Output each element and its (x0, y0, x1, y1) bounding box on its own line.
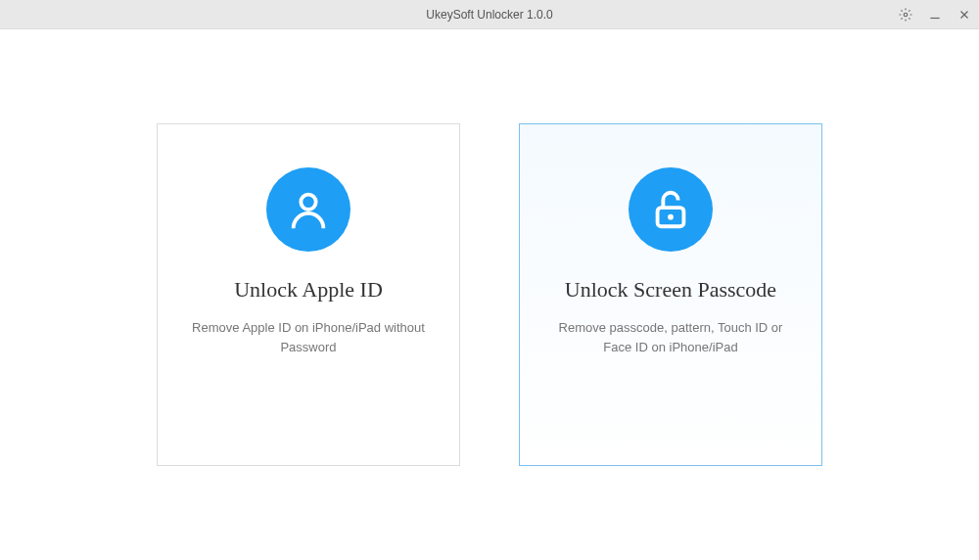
close-button[interactable] (957, 8, 971, 22)
apple-id-icon-circle (266, 167, 350, 252)
minimize-icon (928, 8, 942, 22)
user-icon (286, 187, 331, 232)
apple-id-title: Unlock Apple ID (234, 277, 383, 303)
screen-passcode-icon-circle (629, 167, 713, 252)
close-icon (957, 8, 971, 22)
unlock-screen-passcode-card[interactable]: Unlock Screen Passcode Remove passcode, … (519, 123, 822, 466)
apple-id-description: Remove Apple ID on iPhone/iPad without P… (158, 318, 459, 356)
unlock-apple-id-card[interactable]: Unlock Apple ID Remove Apple ID on iPhon… (157, 123, 460, 466)
app-title: UkeySoft Unlocker 1.0.0 (426, 8, 552, 22)
minimize-button[interactable] (928, 8, 942, 22)
svg-point-4 (301, 195, 315, 210)
gear-icon (899, 8, 912, 22)
screen-passcode-description: Remove passcode, pattern, Touch ID or Fa… (520, 318, 821, 356)
svg-point-6 (668, 214, 674, 220)
settings-button[interactable] (899, 8, 912, 22)
unlock-icon (648, 187, 693, 232)
svg-point-0 (904, 13, 908, 17)
main-content: Unlock Apple ID Remove Apple ID on iPhon… (0, 29, 979, 560)
screen-passcode-title: Unlock Screen Passcode (565, 277, 776, 303)
titlebar-controls (899, 8, 971, 22)
titlebar: UkeySoft Unlocker 1.0.0 (0, 0, 979, 29)
